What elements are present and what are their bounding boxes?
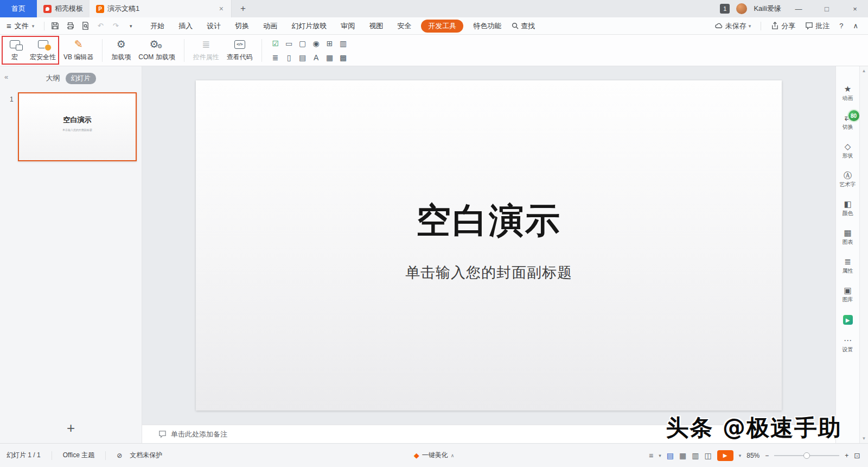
- play-slideshow-button[interactable]: ▶: [717, 450, 733, 461]
- tab-close-icon[interactable]: ×: [218, 4, 225, 13]
- view-reading-button[interactable]: ▥: [692, 451, 699, 460]
- file-menu[interactable]: ≡ 文件 ▾: [0, 21, 41, 31]
- zoom-slider[interactable]: [774, 452, 839, 459]
- control-textbox-icon[interactable]: ▯: [283, 51, 296, 64]
- sidebar-item-colors[interactable]: ◧ 颜色: [843, 200, 853, 217]
- control-option-icon[interactable]: ◉: [310, 36, 323, 50]
- theme-button[interactable]: Office 主题: [63, 451, 94, 460]
- view-notes-button[interactable]: ◫: [704, 451, 711, 460]
- macro-icon: [10, 40, 20, 48]
- sidebar-item-transition[interactable]: 80 ⇄ 切换: [843, 113, 853, 131]
- tab-insert[interactable]: 插入: [171, 17, 200, 35]
- tab-special-features[interactable]: 特色功能: [466, 17, 508, 35]
- sidebar-item-settings[interactable]: ⋯ 设置: [843, 336, 853, 354]
- sidebar-item-gallery[interactable]: ▣ 图库: [843, 286, 853, 304]
- slide-subtitle[interactable]: 单击输入您的封面副标题: [196, 263, 782, 282]
- sidebar-label: 动画: [843, 94, 853, 102]
- scroll-up-icon[interactable]: ▲: [860, 68, 868, 73]
- control-listbox-icon[interactable]: ▥: [337, 36, 350, 50]
- tab-view[interactable]: 视图: [362, 17, 390, 35]
- slide-canvas[interactable]: 空白演示 单击输入您的封面副标题: [196, 80, 782, 411]
- collapse-panel-icon[interactable]: «: [4, 73, 8, 81]
- hamburger-icon: ≡: [7, 21, 11, 30]
- tab-slideshow[interactable]: 幻灯片放映: [284, 17, 334, 35]
- avatar[interactable]: [736, 3, 747, 14]
- play-options-icon[interactable]: ▾: [739, 453, 742, 458]
- control-more-icon[interactable]: ▩: [337, 51, 350, 64]
- beautify-button[interactable]: ◆ 一键美化 ∧: [414, 451, 455, 460]
- com-addins-button[interactable]: ⚙ COM 加载项: [135, 36, 178, 65]
- zoom-level[interactable]: 85%: [746, 452, 760, 459]
- promo-badge[interactable]: 80: [847, 109, 860, 122]
- sidebar-item-properties[interactable]: ≣ 属性: [843, 257, 853, 275]
- zoom-slider-knob[interactable]: [803, 452, 810, 459]
- fullscreen-button[interactable]: ⊡: [854, 451, 860, 460]
- tab-animation[interactable]: 动画: [256, 17, 284, 35]
- control-button-icon[interactable]: ▭: [283, 36, 296, 50]
- new-tab-button[interactable]: +: [232, 0, 254, 17]
- control-spin-icon[interactable]: ⊞: [323, 36, 336, 50]
- control-frame-icon[interactable]: ▢: [296, 36, 309, 50]
- tab-document[interactable]: P 演示文稿1 ×: [90, 0, 232, 17]
- control-toggle-icon[interactable]: ≣: [269, 51, 282, 64]
- addins-button[interactable]: ⚙ 加载项: [107, 36, 135, 65]
- maximize-button[interactable]: □: [816, 0, 838, 17]
- tab-start[interactable]: 开始: [143, 17, 171, 35]
- macro-security-button[interactable]: 宏安全性: [26, 36, 60, 65]
- add-slide-button[interactable]: +: [0, 420, 142, 437]
- sidebar-item-charts[interactable]: ▦ 图表: [843, 229, 853, 246]
- minimize-button[interactable]: —: [788, 0, 809, 17]
- sidebar-item-wordart[interactable]: Ⓐ 艺术字: [840, 171, 856, 188]
- tab-security[interactable]: 安全: [390, 17, 418, 35]
- tab-outline[interactable]: 大纲: [46, 73, 60, 83]
- window-close-button[interactable]: ×: [844, 0, 866, 17]
- control-combobox-icon[interactable]: ▤: [296, 51, 309, 64]
- username[interactable]: Kaili爱缘: [754, 4, 781, 14]
- tab-review[interactable]: 审阅: [334, 17, 362, 35]
- view-code-button[interactable]: </> 查看代码: [223, 36, 257, 65]
- macro-button[interactable]: 宏: [3, 36, 26, 65]
- control-properties-button: ≣ 控件属性: [189, 36, 223, 65]
- collapse-ribbon-button[interactable]: ∧: [850, 22, 861, 30]
- slides-panel: « 大纲 幻灯片 1 空白演示 单击输入您的封面副标题 +: [0, 66, 142, 443]
- control-image-icon[interactable]: ▦: [323, 51, 336, 64]
- tab-developer-tools[interactable]: 开发工具: [421, 20, 463, 33]
- vb-editor-button[interactable]: ✎ VB 编辑器: [60, 36, 97, 65]
- print-button[interactable]: [65, 21, 75, 31]
- protection-status[interactable]: 文档未保护: [130, 451, 162, 460]
- tab-slides[interactable]: 幻灯片: [66, 73, 96, 84]
- animation-icon: ★: [844, 85, 851, 93]
- share-button[interactable]: 分享: [768, 21, 799, 31]
- help-button[interactable]: ?: [836, 22, 846, 30]
- tab-home[interactable]: 首页: [0, 0, 37, 17]
- tab-design[interactable]: 设计: [200, 17, 228, 35]
- notification-badge[interactable]: 1: [720, 4, 730, 14]
- view-normal-button[interactable]: ▤: [667, 451, 674, 460]
- vertical-scrollbar[interactable]: ▲ ▼: [859, 66, 868, 443]
- sidebar-item-shapes[interactable]: ◇ 形状: [843, 142, 853, 160]
- list-options-button[interactable]: ≡: [649, 451, 653, 460]
- save-button[interactable]: [50, 21, 60, 31]
- slide-title[interactable]: 空白演示: [196, 197, 782, 244]
- redo-button[interactable]: ↷: [111, 21, 120, 31]
- com-addins-label: COM 加载项: [138, 53, 175, 62]
- toolbar-more-button[interactable]: ▾: [126, 21, 136, 31]
- comment-button[interactable]: 批注: [802, 21, 833, 31]
- slide-thumbnail[interactable]: 空白演示 单击输入您的封面副标题: [18, 92, 137, 161]
- sidebar-item-animation[interactable]: ★ 动画: [843, 85, 853, 102]
- undo-button[interactable]: ↶: [95, 21, 105, 31]
- search-button[interactable]: 查找: [512, 21, 535, 31]
- view-sorter-button[interactable]: ▦: [679, 451, 686, 460]
- save-status[interactable]: 未保存 ▾: [712, 21, 755, 31]
- scroll-down-icon[interactable]: ▼: [860, 436, 868, 441]
- divider: [761, 22, 761, 30]
- tab-docer[interactable]: 稻壳模板: [37, 0, 90, 17]
- zoom-out-button[interactable]: −: [765, 452, 769, 459]
- control-label-icon[interactable]: A: [310, 51, 323, 64]
- sidebar-item-plugin[interactable]: ▶: [843, 315, 853, 325]
- tab-transition[interactable]: 切换: [228, 17, 256, 35]
- control-checkbox-icon[interactable]: ☑: [269, 36, 282, 50]
- zoom-in-button[interactable]: +: [845, 452, 848, 459]
- beautify-label: 一键美化: [422, 451, 448, 460]
- print-preview-button[interactable]: [80, 21, 90, 31]
